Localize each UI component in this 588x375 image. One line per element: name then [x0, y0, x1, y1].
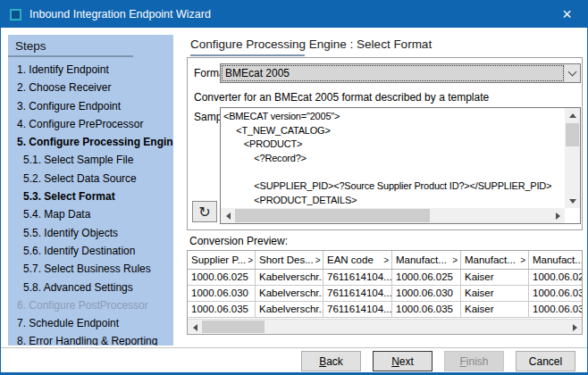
sidebar-step-item[interactable]: 1. Identify Endpoint: [8, 61, 173, 79]
horizontal-scroll-thumb[interactable]: [202, 321, 265, 333]
cancel-button[interactable]: Cancel: [516, 351, 575, 371]
table-cell: 1000.06.025: [392, 270, 461, 285]
sidebar-step-item[interactable]: 5. Configure Processing Engine: [8, 133, 173, 151]
sidebar-step-item[interactable]: 5.3. Select Format: [8, 188, 173, 205]
table-cell: Kaiser: [461, 286, 529, 301]
table-header-cell[interactable]: Manufact...>: [529, 251, 583, 269]
sample-text: <BMECAT version="2005"> <T_NEW_CATALOG> …: [223, 110, 564, 207]
sidebar-step-item[interactable]: 5.5. Identify Objects: [8, 224, 173, 242]
sidebar-step-item[interactable]: 4. Configure PreProcessor: [8, 115, 173, 133]
horizontal-scroll-thumb[interactable]: [235, 209, 430, 222]
format-description: Converter for an BMEcat 2005 format desc…: [194, 91, 489, 104]
table-cell: Kabelverschr...: [256, 302, 323, 317]
sidebar-step-item[interactable]: 5.6. Identify Destination: [8, 242, 173, 260]
table-row[interactable]: 1000.06.030Kabelverschr...7611614104...1…: [188, 286, 582, 302]
chevron-down-icon: [568, 67, 577, 76]
steps-header: Steps: [8, 35, 173, 54]
sample-vertical-scrollbar[interactable]: [565, 108, 580, 208]
table-cell: 7611614104...: [323, 270, 392, 285]
table-cell: 1000.06.030: [529, 286, 583, 301]
sidebar-step-item[interactable]: 5.2. Select Data Source: [8, 170, 173, 188]
sidebar-step-item[interactable]: 5.7. Select Business Rules: [8, 260, 173, 278]
refresh-icon: ↻: [198, 204, 210, 221]
sidebar-step-item[interactable]: 5.8. Advanced Settings: [8, 279, 173, 296]
sidebar-step-item[interactable]: 5.4. Map Data: [8, 205, 173, 223]
table-header-row: Supplier P...>Short Des...>EAN code>Manu…: [188, 251, 582, 270]
steps-header-underline: [8, 55, 133, 57]
back-button[interactable]: Back: [301, 351, 361, 371]
footer-separator: [1, 347, 587, 348]
table-cell: 7611614104...: [323, 302, 392, 317]
page-title: Configure Processing Engine : Select For…: [190, 38, 432, 51]
sidebar-step-item[interactable]: 5.1. Select Sample File: [8, 151, 173, 169]
conversion-preview-label: Conversion Preview:: [189, 235, 288, 247]
button-row: BackNextFinishCancel: [301, 351, 575, 371]
scroll-left-icon[interactable]: [221, 208, 235, 223]
table-cell: 1000.06.035: [529, 302, 583, 317]
sample-horizontal-scrollbar[interactable]: [221, 208, 565, 223]
scroll-left-icon[interactable]: [188, 320, 202, 335]
scroll-up-icon[interactable]: [565, 108, 580, 122]
title-bar: Inbound Integration Endpoint Wizard ×: [1, 1, 587, 28]
sort-arrow-icon: >: [383, 255, 389, 265]
window-title: Inbound Integration Endpoint Wizard: [29, 8, 211, 21]
table-header-cell[interactable]: EAN code>: [323, 251, 392, 269]
table-cell: Kaiser: [461, 302, 529, 317]
steps-sidebar: Steps 1. Identify Endpoint2. Choose Rece…: [8, 35, 173, 346]
app-icon: [10, 9, 21, 21]
sidebar-step-item[interactable]: 3. Configure Endpoint: [8, 97, 173, 115]
combo-arrow-zone[interactable]: [565, 64, 580, 82]
table-header-cell[interactable]: Supplier P...>: [188, 251, 256, 269]
table-cell: 7611614104...: [323, 286, 392, 301]
format-select[interactable]: BMEcat 2005: [220, 63, 581, 83]
refresh-button[interactable]: ↻: [192, 201, 217, 222]
format-select-value: BMEcat 2005: [222, 65, 564, 81]
sort-arrow-icon: >: [315, 255, 321, 265]
sidebar-step-item: 6. Configure PostProcessor: [8, 296, 173, 314]
finish-button: Finish: [444, 351, 504, 371]
sort-arrow-icon: >: [520, 255, 525, 265]
wizard-window: Inbound Integration Endpoint Wizard × St…: [0, 0, 588, 375]
page-title-underline: [190, 54, 305, 56]
conversion-preview-table: Supplier P...>Short Des...>EAN code>Manu…: [187, 250, 583, 335]
scroll-down-icon[interactable]: [565, 194, 580, 208]
table-row[interactable]: 1000.06.025Kabelverschr...7611614104...1…: [188, 270, 582, 286]
steps-list: 1. Identify Endpoint2. Choose Receiver3.…: [8, 61, 173, 346]
close-icon[interactable]: ×: [547, 1, 587, 28]
table-body: 1000.06.025Kabelverschr...7611614104...1…: [188, 270, 582, 318]
table-horizontal-scrollbar[interactable]: [188, 319, 582, 334]
format-panel: Format BMEcat 2005 Converter for an BMEc…: [187, 57, 583, 230]
scroll-right-icon[interactable]: [567, 320, 582, 335]
sidebar-step-item[interactable]: 7. Schedule Endpoint: [8, 314, 173, 332]
table-header-cell[interactable]: Manufact...>: [461, 251, 529, 269]
table-cell: 1000.06.035: [188, 302, 256, 317]
sidebar-step-item[interactable]: 8. Error Handling & Reporting: [8, 332, 173, 346]
next-button[interactable]: Next: [373, 351, 433, 371]
table-cell: 1000.06.025: [188, 270, 256, 285]
table-cell: Kabelverschr...: [256, 286, 323, 301]
table-cell: Kabelverschr...: [256, 270, 323, 285]
scroll-right-icon[interactable]: [550, 208, 565, 223]
table-header-cell[interactable]: Short Des...>: [256, 251, 323, 269]
table-header-cell[interactable]: Manufact...>: [392, 251, 461, 269]
vertical-scroll-thumb[interactable]: [566, 123, 579, 146]
table-cell: 1000.06.030: [392, 286, 461, 301]
sample-textarea[interactable]: <BMECAT version="2005"> <T_NEW_CATALOG> …: [220, 107, 581, 224]
table-cell: 1000.06.035: [392, 302, 461, 317]
table-cell: 1000.06.025: [529, 270, 583, 285]
table-cell: Kaiser: [461, 270, 529, 285]
table-row[interactable]: 1000.06.035Kabelverschr...7611614104...1…: [188, 302, 582, 318]
sort-arrow-icon: >: [452, 255, 458, 265]
table-cell: 1000.06.030: [188, 286, 256, 301]
sidebar-step-item[interactable]: 2. Choose Receiver: [8, 79, 173, 96]
sort-arrow-icon: >: [248, 255, 253, 265]
